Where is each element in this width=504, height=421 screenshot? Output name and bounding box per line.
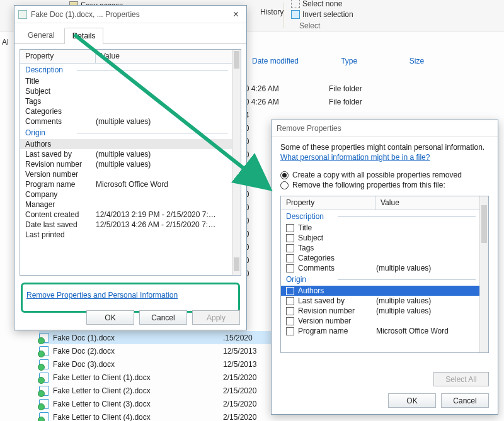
property-row[interactable]: Last saved by(multiple values) — [281, 296, 479, 306]
remove-titlebar[interactable]: Remove Properties — [272, 120, 498, 137]
file-date: 2/15/2020 — [223, 400, 256, 408]
remove-cancel-button[interactable]: Cancel — [441, 393, 489, 408]
properties-scrollbar[interactable] — [232, 50, 241, 275]
property-row[interactable]: Comments(multiple values) — [281, 263, 479, 273]
property-name: Comments — [25, 117, 96, 126]
file-name: Fake Letter to Client (1).docx — [53, 373, 151, 382]
remove-title: Remove Properties — [277, 124, 341, 133]
property-row[interactable]: Date last saved12/5/2013 4:26 AM - 2/15/… — [20, 220, 232, 230]
properties-header-value[interactable]: Value — [96, 50, 125, 63]
ribbon-separator — [284, 3, 284, 28]
property-row[interactable]: Subject — [20, 86, 232, 96]
property-row[interactable]: Program nameMicrosoft Office Word — [281, 326, 479, 336]
file-name: Fake Doc (2).docx — [53, 347, 115, 356]
property-name: Last saved by — [25, 150, 96, 159]
ok-button[interactable]: OK — [86, 310, 134, 325]
radio-create-copy[interactable]: Create a copy with all possible properti… — [280, 171, 489, 179]
property-name: Version number — [25, 170, 96, 179]
file-name: Fake Doc (1).docx — [53, 334, 115, 342]
tab-general[interactable]: General — [20, 27, 63, 43]
remove-ok-button[interactable]: OK — [388, 393, 436, 408]
property-row[interactable]: Revision number(multiple values) — [20, 159, 232, 169]
property-row[interactable]: Authors — [20, 139, 232, 149]
tab-details[interactable]: Details — [64, 28, 104, 44]
property-name: Tags — [298, 244, 372, 252]
property-value — [96, 77, 227, 86]
property-row[interactable]: Authors — [281, 286, 479, 296]
invert-selection-label: Invert selection — [302, 10, 353, 19]
property-group: Origin — [20, 126, 232, 139]
property-row[interactable]: Comments(multiple values) — [20, 116, 232, 126]
docx-icon — [39, 373, 49, 383]
checkbox[interactable] — [286, 307, 294, 315]
remove-scrollbar[interactable] — [479, 196, 488, 352]
property-name: Content created — [25, 210, 96, 219]
docx-icon — [39, 399, 49, 409]
file-date: 2/15/2020 — [223, 373, 256, 382]
close-icon[interactable]: × — [229, 9, 243, 20]
property-name: Categories — [25, 107, 96, 116]
checkbox[interactable] — [286, 297, 294, 305]
property-row[interactable]: Revision number(multiple values) — [281, 306, 479, 316]
property-row[interactable]: Manager — [20, 199, 232, 210]
history-label: History — [260, 8, 284, 16]
property-row[interactable]: Tags — [281, 243, 479, 253]
select-none-button[interactable]: Select none — [291, 0, 342, 8]
property-value: (multiple values) — [376, 264, 474, 272]
property-value: (multiple values) — [96, 150, 227, 159]
invert-selection-icon — [291, 10, 300, 19]
property-row[interactable]: Program nameMicrosoft Office Word — [20, 179, 232, 189]
remove-properties-link[interactable]: Remove Properties and Personal Informati… — [26, 291, 178, 300]
properties-header-property[interactable]: Property — [20, 50, 96, 63]
checkbox[interactable] — [286, 327, 294, 335]
checkbox[interactable] — [286, 234, 294, 242]
checkbox[interactable] — [286, 264, 294, 272]
property-value: Microsoft Office Word — [376, 327, 474, 335]
checkbox[interactable] — [286, 287, 294, 295]
property-row[interactable]: Last printed — [20, 230, 232, 240]
history-button[interactable]: History — [260, 8, 284, 16]
properties-grid: Property Value DescriptionTitleSubjectTa… — [20, 49, 241, 276]
property-value: 12/4/2013 2:19 PM - 2/15/2020 7:… — [96, 210, 227, 219]
property-row[interactable]: Company — [20, 189, 232, 199]
properties-titlebar[interactable]: Fake Doc (1).docx, ... Properties × — [14, 6, 246, 23]
property-value: Microsoft Office Word — [96, 180, 227, 189]
property-name: Last saved by — [298, 296, 372, 305]
file-list-header[interactable]: Date modified Type Size — [252, 57, 491, 74]
property-value: 12/5/2013 4:26 AM - 2/15/2020 7:… — [96, 220, 227, 229]
header-size[interactable]: Size — [410, 57, 491, 74]
property-name: Comments — [298, 264, 372, 272]
property-row[interactable]: Categories — [281, 253, 479, 263]
file-name: Fake Doc (3).docx — [53, 360, 115, 369]
remove-header-value[interactable]: Value — [375, 196, 404, 210]
remove-help-link[interactable]: What personal information might be in a … — [280, 153, 430, 162]
property-row[interactable]: Title — [20, 76, 232, 86]
file-name: Fake Letter to Client (4).docx — [53, 413, 151, 422]
property-value — [96, 230, 227, 239]
radio-remove-from-file[interactable]: Remove the following properties from thi… — [280, 181, 489, 189]
property-row[interactable]: Categories — [20, 106, 232, 116]
header-type[interactable]: Type — [341, 57, 410, 74]
docx-icon — [39, 346, 49, 356]
checkbox[interactable] — [286, 317, 294, 325]
property-name: Program name — [298, 327, 372, 335]
remove-header-property[interactable]: Property — [281, 196, 375, 210]
file-date: .15/2020 — [223, 334, 253, 342]
property-row[interactable]: Tags — [20, 96, 232, 106]
radio-icon — [280, 181, 289, 189]
property-row[interactable]: Content created12/4/2013 2:19 PM - 2/15/… — [20, 210, 232, 220]
invert-selection-button[interactable]: Invert selection — [291, 10, 353, 19]
property-row[interactable]: Version number — [20, 169, 232, 179]
property-row[interactable]: Title — [281, 223, 479, 233]
checkbox[interactable] — [286, 254, 294, 262]
property-value: (multiple values) — [96, 160, 227, 169]
property-row[interactable]: Subject — [281, 233, 479, 243]
file-type: File folder — [329, 84, 362, 93]
header-date[interactable]: Date modified — [252, 57, 341, 74]
property-row[interactable]: Version number — [281, 316, 479, 326]
property-row[interactable]: Last saved by(multiple values) — [20, 149, 232, 159]
cancel-button[interactable]: Cancel — [139, 310, 187, 325]
checkbox[interactable] — [286, 244, 294, 252]
checkbox[interactable] — [286, 224, 294, 232]
apply-button: Apply — [192, 310, 240, 325]
